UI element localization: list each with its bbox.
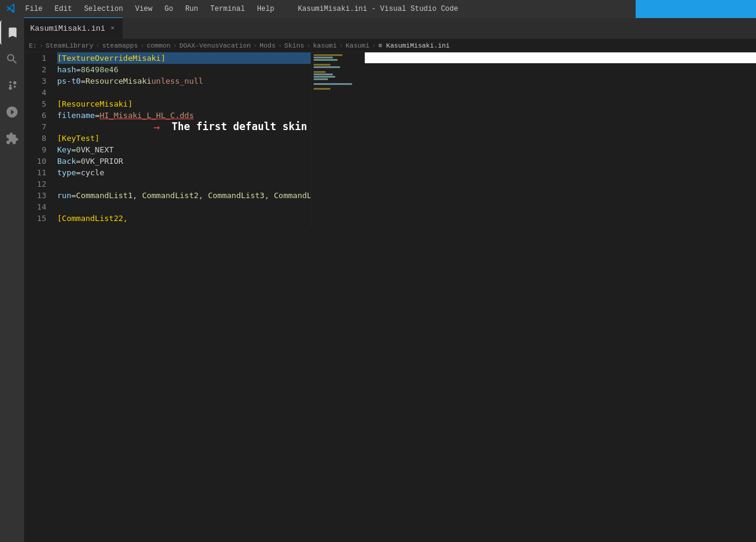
tabs-bar: KasumiMisaki.ini × ⊞ ···: [24, 18, 756, 39]
line-num-13: 13: [24, 190, 46, 201]
code-line-4: [57, 87, 311, 98]
separator-band: [365, 52, 756, 63]
code-line-3: ps-t0 = ResourceMisaki unless_null: [57, 75, 311, 87]
code-line-8: [KeyTest]: [57, 132, 311, 144]
line-num-11: 11: [24, 167, 46, 178]
window-title: KasumiMisaki.ini - Visual Studio Code: [298, 5, 458, 13]
code-line-1: [TextureOverrideMisaki]: [57, 52, 311, 64]
code-line-15: [CommandList22,: [57, 213, 311, 224]
menu-edit[interactable]: Edit: [50, 4, 77, 14]
line-num-5: 5: [24, 98, 46, 110]
line-num-7: 7: [24, 121, 46, 132]
breadcrumb-file[interactable]: ≡ KasumiMisaki.ini: [378, 42, 450, 49]
activity-run-debug[interactable]: [0, 100, 24, 124]
editor-container: KasumiMisaki.ini × ⊞ ··· E: › SteamLibra…: [24, 18, 756, 542]
code-line-7: → The first default skin file to be load…: [57, 121, 311, 132]
breadcrumb-kasumi2[interactable]: Kasumi: [345, 42, 370, 49]
line-num-4: 4: [24, 87, 46, 98]
menu-file[interactable]: File: [20, 4, 48, 14]
line-num-1: 1: [24, 52, 46, 64]
menu-terminal[interactable]: Terminal: [205, 4, 250, 14]
menu-go[interactable]: Go: [160, 4, 178, 14]
tab-filename: KasumiMisaki.ini: [30, 24, 105, 33]
blue-accent-decoration: [636, 0, 756, 18]
vscode-logo: [6, 3, 16, 15]
line-num-15: 15: [24, 213, 46, 224]
line-num-3: 3: [24, 75, 46, 87]
breadcrumb-common[interactable]: common: [147, 42, 171, 49]
tab-close-button[interactable]: ×: [109, 24, 117, 33]
breadcrumb-e[interactable]: E:: [29, 42, 37, 49]
menu-run[interactable]: Run: [181, 4, 203, 14]
menu-view[interactable]: View: [130, 4, 157, 14]
code-line-5: [ResourceMisaki]: [57, 98, 311, 110]
breadcrumb-mods[interactable]: Mods: [259, 42, 275, 49]
code-line-9: Key = 0 VK_NEXT: [57, 144, 311, 155]
breadcrumb-steamapps[interactable]: steamapps: [102, 42, 138, 49]
code-line-2: hash = 86498e46: [57, 64, 311, 75]
breadcrumb-kasumi[interactable]: kasumi: [313, 42, 337, 49]
line-num-14: 14: [24, 201, 46, 213]
activity-explorer[interactable]: [0, 20, 24, 45]
activity-source-control[interactable]: [0, 73, 24, 98]
code-line-6: filename = HI_Misaki_L_HL_C.dds: [57, 110, 311, 121]
titlebar: File Edit Selection View Go Run Terminal…: [0, 0, 756, 18]
line-num-2: 2: [24, 64, 46, 75]
line-num-10: 10: [24, 155, 46, 167]
breadcrumb-steamlibrary[interactable]: SteamLibrary: [46, 42, 93, 49]
menu-selection[interactable]: Selection: [79, 4, 128, 14]
menu-bar: File Edit Selection View Go Run Terminal…: [20, 4, 279, 14]
tab-kasumimisaki[interactable]: KasumiMisaki.ini ×: [24, 17, 123, 39]
breadcrumb-skins[interactable]: Skins: [284, 42, 304, 49]
breadcrumb-doax[interactable]: DOAX-VenusVacation: [179, 42, 251, 49]
activity-search[interactable]: [0, 47, 24, 71]
line-numbers: 1 2 3 4 5 6 7 8 9 10 11 12 13 14 15: [24, 52, 51, 227]
code-line-12: [57, 178, 311, 190]
code-line-13: run = CommandList1, CommandList2, Comman…: [57, 190, 311, 201]
breadcrumb: E: › SteamLibrary › steamapps › common ›…: [24, 39, 756, 52]
activity-bar: [0, 18, 24, 542]
code-line-10: Back = 0 VK_PRIOR: [57, 155, 311, 167]
activity-extensions[interactable]: [0, 126, 24, 151]
line-num-9: 9: [24, 144, 46, 155]
line-num-8: 8: [24, 132, 46, 144]
menu-help[interactable]: Help: [252, 4, 279, 14]
line-num-6: 6: [24, 110, 46, 121]
main-layout: KasumiMisaki.ini × ⊞ ··· E: › SteamLibra…: [0, 18, 756, 542]
code-line-11: type = cycle: [57, 167, 311, 178]
code-line-14: [57, 201, 311, 213]
minimap-top: [311, 52, 365, 227]
editor-area[interactable]: 1 2 3 4 5 6 7 8 9 10 11 12 13 14 15: [24, 52, 756, 542]
line-num-12: 12: [24, 178, 46, 190]
